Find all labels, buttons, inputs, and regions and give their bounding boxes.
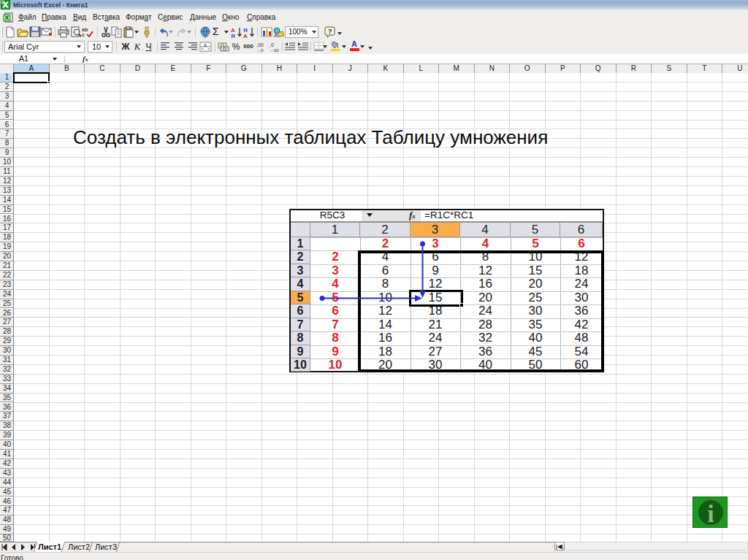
svg-text:a: a [204,42,207,47]
svg-text:Я: Я [231,33,235,38]
svg-text:A: A [274,32,278,38]
svg-text:→0: →0 [256,48,264,52]
svg-text:ab: ab [82,27,88,32]
svg-text:c: c [82,32,85,37]
svg-text:?: ? [328,28,332,35]
svg-text:←00: ←00 [270,48,279,52]
svg-text:А: А [243,33,248,38]
svg-text:,00: ,00 [256,42,264,47]
svg-text:i: i [707,500,714,527]
svg-text:,0: ,0 [270,42,274,47]
